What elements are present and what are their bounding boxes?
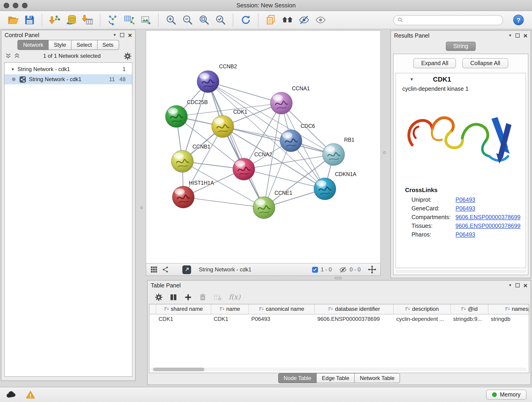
network-edge-CDK1-RB1[interactable]: [223, 127, 334, 154]
first-neighbors-button[interactable]: [280, 13, 295, 27]
delete-icon[interactable]: [199, 293, 207, 301]
column-header--id[interactable]: @id: [450, 304, 488, 314]
crosslink-value-link[interactable]: 9606.ENSP00000378699: [456, 223, 520, 229]
panel-close-icon[interactable]: ×: [523, 283, 527, 287]
clear-table-icon[interactable]: [214, 293, 222, 301]
grid-view-icon[interactable]: [150, 266, 158, 273]
network-node-CDK1[interactable]: [212, 115, 234, 138]
network-node-CCNB1[interactable]: [171, 150, 193, 172]
memory-button[interactable]: Memory: [486, 390, 526, 400]
tab-node-table[interactable]: Node Table: [278, 373, 317, 383]
panel-float-icon[interactable]: [120, 33, 124, 37]
tab-network-table[interactable]: Network Table: [355, 373, 400, 383]
function-builder-icon[interactable]: f(x): [229, 293, 240, 301]
workspace: Control Panel ▼ × NetworkStyleSelectSets…: [0, 29, 532, 387]
network-node-CCNA2[interactable]: [233, 158, 255, 180]
refresh-layout-button[interactable]: [238, 13, 253, 27]
hidden-eye-slash-icon[interactable]: [339, 266, 347, 274]
tab-sets[interactable]: Sets: [97, 40, 119, 50]
import-network-from-file-button[interactable]: [47, 13, 62, 27]
column-header-namespace[interactable]: namespace: [488, 304, 529, 314]
zoom-in-button[interactable]: [164, 13, 178, 27]
panel-close-icon[interactable]: ×: [523, 33, 527, 38]
gear-icon[interactable]: [124, 52, 132, 60]
save-session-button[interactable]: [22, 13, 37, 27]
splitter-handle[interactable]: [383, 151, 386, 154]
open-in-window-button[interactable]: [182, 265, 191, 274]
clone-network-button[interactable]: [105, 13, 120, 27]
panel-float-icon[interactable]: [515, 283, 520, 287]
network-canvas[interactable]: CCNB2CCNA1CDC25BCDK1CDC6RB1CCNB1CCNA2CDK…: [146, 30, 381, 264]
tab-select[interactable]: Select: [71, 40, 97, 50]
horizontal-scrollbar-track[interactable]: [151, 368, 527, 371]
network-node-HIST1H1A[interactable]: [172, 186, 194, 208]
panel-menu-icon[interactable]: ▼: [508, 283, 512, 287]
hide-selected-button[interactable]: [297, 13, 311, 27]
expand-all-button[interactable]: Expand All: [413, 58, 456, 68]
crosslink-value-link[interactable]: P06493: [456, 196, 475, 203]
crosslink-label: Uniprot:: [412, 196, 456, 203]
column-header-shared-name[interactable]: shared name: [156, 304, 211, 314]
network-edge-HIST1H1A-CCNE1[interactable]: [183, 197, 264, 208]
crosslink-value-link[interactable]: 9606.ENSP00000378699: [456, 214, 520, 220]
network-from-table-button[interactable]: [122, 13, 137, 27]
network-edge-CCNB2-CCNA1[interactable]: [208, 82, 281, 103]
panel-menu-icon[interactable]: ▼: [113, 33, 117, 37]
share-network-icon[interactable]: [162, 266, 169, 273]
columns-icon[interactable]: [170, 293, 177, 301]
gear-icon[interactable]: [155, 293, 163, 301]
move-crosshair-icon[interactable]: [368, 265, 376, 274]
zoom-selected-button[interactable]: [213, 13, 228, 27]
crosslink-value-link[interactable]: P06493: [456, 205, 475, 211]
export-image-button[interactable]: [138, 13, 153, 27]
network-node-CCNB2[interactable]: [197, 70, 219, 93]
copy-document-button[interactable]: [264, 13, 278, 27]
tab-style[interactable]: Style: [49, 40, 71, 50]
table-row[interactable]: CDK1CDK1P064939606.ENSP00000378699cyclin…: [149, 314, 529, 324]
add-column-icon[interactable]: [184, 293, 192, 301]
protein-disclosure-icon[interactable]: ▼: [410, 77, 414, 82]
zoom-fit-button[interactable]: [196, 13, 211, 27]
search-input[interactable]: [406, 16, 503, 24]
network-node-CDC6[interactable]: [280, 130, 302, 152]
import-network-from-database-button[interactable]: [64, 13, 78, 27]
horizontal-scrollbar-thumb[interactable]: [153, 368, 204, 371]
panel-float-icon[interactable]: [515, 33, 520, 38]
column-header-description[interactable]: description: [394, 304, 450, 314]
collapse-all-icon[interactable]: [5, 53, 12, 59]
search-box[interactable]: [393, 15, 503, 25]
column-header-name[interactable]: name: [211, 304, 248, 314]
tab-string[interactable]: String: [446, 42, 475, 51]
network-node-CCNE1[interactable]: [253, 197, 275, 219]
show-all-button[interactable]: [313, 13, 328, 27]
expand-all-icon[interactable]: [14, 53, 20, 59]
open-session-button[interactable]: [6, 13, 20, 27]
panel-menu-icon[interactable]: ▼: [508, 33, 512, 38]
column-header-database-identifier[interactable]: database identifier: [315, 304, 394, 314]
disclosure-triangle-icon[interactable]: ▼: [11, 67, 15, 71]
cloud-icon[interactable]: [6, 389, 17, 400]
network-node-CDC25B[interactable]: [165, 105, 187, 128]
splitter-handle[interactable]: [335, 277, 342, 279]
network-edge-CCNB2-CCNE1[interactable]: [208, 82, 264, 208]
splitter-handle[interactable]: [140, 206, 143, 209]
network-collection-row[interactable]: ▼ String Network - cdk1 1: [5, 64, 132, 74]
tab-network[interactable]: Network: [18, 40, 49, 50]
node-label-CDC25B: CDC25B: [187, 99, 208, 105]
import-table-button[interactable]: [80, 13, 95, 27]
column-header-canonical-name[interactable]: canonical name: [249, 304, 315, 314]
collapse-all-button[interactable]: Collapse All: [462, 58, 508, 68]
warning-icon[interactable]: [26, 390, 35, 400]
network-node-CCNA1[interactable]: [270, 92, 292, 114]
column-attribute-icon: [220, 306, 225, 312]
zoom-out-button[interactable]: [180, 13, 195, 27]
selected-checkbox[interactable]: [312, 267, 318, 273]
help-button[interactable]: ?: [513, 15, 524, 25]
network-row[interactable]: String Network - cdk1 11 48: [5, 74, 132, 84]
results-horizontal-scrollbar[interactable]: [395, 270, 526, 273]
crosslink-value-link[interactable]: P06493: [456, 231, 475, 238]
network-node-CDKN1A[interactable]: [314, 178, 336, 200]
panel-close-icon[interactable]: ×: [128, 33, 132, 37]
tab-edge-table[interactable]: Edge Table: [317, 373, 355, 383]
network-node-RB1[interactable]: [323, 143, 345, 166]
